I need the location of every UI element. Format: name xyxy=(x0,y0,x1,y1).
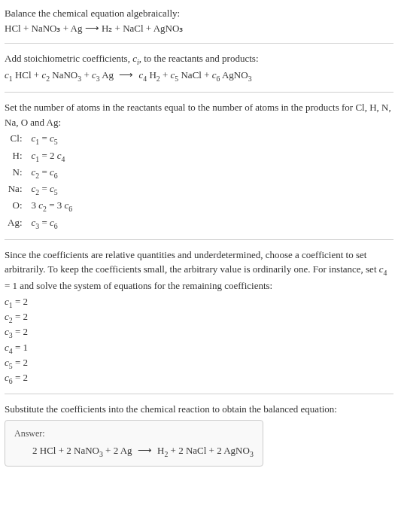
table-row: Ag: c3 = c6 xyxy=(5,215,75,232)
solve-section: Since the coefficients are relative quan… xyxy=(5,248,393,387)
coefficients-equation: c1 HCl + c2 NaNO3 + c3 Ag ⟶ c4 H2 + c5 N… xyxy=(5,68,393,84)
atom-equation: c1 = 2 c4 xyxy=(29,148,76,165)
atom-label: Ag: xyxy=(5,215,29,232)
table-row: Cl: c1 = c5 xyxy=(5,131,75,147)
list-item: c3 = 2 xyxy=(5,325,393,340)
table-row: H: c1 = 2 c4 xyxy=(5,148,75,165)
list-item: c6 = 2 xyxy=(5,371,393,386)
final-section: Substitute the coefficients into the che… xyxy=(5,402,393,467)
list-item: c5 = 2 xyxy=(5,356,393,371)
atoms-section: Set the number of atoms in the reactants… xyxy=(5,100,393,231)
table-row: Na: c2 = c5 xyxy=(5,181,75,198)
atom-equation: 3 c2 = 3 c6 xyxy=(29,198,76,214)
final-intro: Substitute the coefficients into the che… xyxy=(5,402,393,417)
divider xyxy=(5,239,393,240)
list-item: c2 = 2 xyxy=(5,310,393,325)
coeff-symbol: ci xyxy=(132,53,139,64)
atom-label: H: xyxy=(5,148,29,165)
atom-equation: c2 = c5 xyxy=(29,181,76,198)
coeff-intro-text-2: , to the reactants and products: xyxy=(139,53,259,64)
atom-label: O: xyxy=(5,198,29,214)
atoms-table: Cl: c1 = c5 H: c1 = 2 c4 N: c2 = c6 Na: … xyxy=(5,131,75,231)
answer-box: Answer: 2 HCl + 2 NaNO3 + 2 Ag ⟶ H2 + 2 … xyxy=(5,420,263,467)
coefficients-intro: Add stoichiometric coefficients, ci, to … xyxy=(5,51,393,68)
atom-equation: c1 = c5 xyxy=(29,131,76,147)
coeff-intro-text-1: Add stoichiometric coefficients, xyxy=(5,53,132,64)
prompt-text: Balance the chemical equation algebraica… xyxy=(5,6,393,21)
solve-intro: Since the coefficients are relative quan… xyxy=(5,248,393,293)
prompt-section: Balance the chemical equation algebraica… xyxy=(5,6,393,35)
atom-equation: c3 = c6 xyxy=(29,215,76,232)
coefficient-list: c1 = 2 c2 = 2 c3 = 2 c4 = 1 c5 = 2 c6 = … xyxy=(5,295,393,386)
atom-label: Na: xyxy=(5,181,29,198)
divider xyxy=(5,394,393,394)
divider xyxy=(5,43,393,44)
answer-label: Answer: xyxy=(14,427,254,440)
table-row: O: 3 c2 = 3 c6 xyxy=(5,198,75,214)
prompt-equation: HCl + NaNO₃ + Ag ⟶ H₂ + NaCl + AgNO₃ xyxy=(5,21,393,36)
list-item: c4 = 1 xyxy=(5,341,393,356)
answer-equation: 2 HCl + 2 NaNO3 + 2 Ag ⟶ H2 + 2 NaCl + 2… xyxy=(14,443,254,460)
atom-equation: c2 = c6 xyxy=(29,165,76,181)
atom-label: Cl: xyxy=(5,131,29,147)
list-item: c1 = 2 xyxy=(5,295,393,310)
divider xyxy=(5,92,393,93)
atoms-intro: Set the number of atoms in the reactants… xyxy=(5,100,393,129)
table-row: N: c2 = c6 xyxy=(5,165,75,181)
coefficients-section: Add stoichiometric coefficients, ci, to … xyxy=(5,51,393,84)
atom-label: N: xyxy=(5,165,29,181)
